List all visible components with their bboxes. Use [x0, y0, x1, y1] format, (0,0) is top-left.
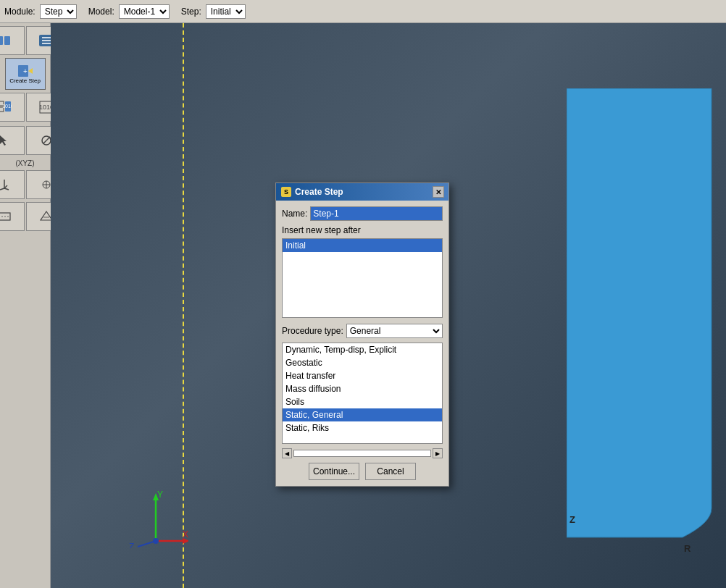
nav-icon-1 [0, 33, 13, 48]
svg-text:S: S [284, 188, 288, 196]
view-icon-1 [0, 209, 13, 224]
module-label: Module: [4, 7, 36, 17]
proc-item-soils[interactable]: Soils [283, 395, 442, 408]
svg-line-18 [46, 138, 49, 140]
step-label: Step: [181, 7, 201, 17]
nav-btn-1[interactable] [0, 26, 25, 55]
svg-text:X: X [183, 529, 188, 539]
svg-text:Z: Z [569, 514, 575, 525]
name-input[interactable] [310, 206, 443, 221]
step-select[interactable]: Initial [206, 4, 246, 19]
create-step-label: Create Step [9, 78, 41, 85]
svg-text:Z: Z [129, 542, 134, 548]
svg-rect-0 [0, 36, 3, 45]
procedure-list-container: Dynamic, Temp-disp, Explicit Geostatic H… [282, 343, 443, 444]
procedure-list[interactable]: Dynamic, Temp-disp, Explicit Geostatic H… [283, 343, 442, 443]
scroll-track[interactable] [293, 450, 431, 457]
proc-item-mass[interactable]: Mass diffusion [283, 382, 442, 395]
procedure-row: Procedure type: General Linear perturbat… [282, 324, 443, 338]
insert-after-label: Insert new step after [282, 225, 443, 235]
xyz-icon-1 [0, 177, 13, 192]
proc-item-static-general[interactable]: Static, General [283, 408, 442, 421]
name-row: Name: [282, 206, 443, 221]
tool-btn-3[interactable]: 1010 [0, 93, 25, 122]
left-panel: + Create Step 1010 1010 [0, 23, 51, 588]
dialog-close-button[interactable]: ✕ [433, 186, 444, 198]
svg-text:Y: Y [157, 490, 163, 500]
proc-item-dynamic[interactable]: Dynamic, Temp-disp, Explicit [283, 343, 442, 356]
model-shape: Z R [567, 88, 719, 559]
step-list[interactable]: Initial [282, 238, 443, 318]
xyz-tool-1[interactable] [0, 170, 25, 199]
scroll-right-button[interactable]: ▶ [433, 448, 443, 458]
svg-line-19 [43, 140, 46, 143]
create-step-dialog: S Create Step ✕ Name: Insert new step af… [275, 182, 449, 487]
tool-icon-3: 1010 [0, 100, 13, 114]
axis-indicator: Y X Z [123, 490, 188, 548]
dialog-titlebar: S Create Step ✕ [276, 183, 448, 201]
scroll-left-button[interactable]: ◀ [282, 448, 292, 458]
svg-text:1010: 1010 [2, 104, 12, 109]
module-select[interactable]: Step [40, 4, 77, 19]
dialog-buttons: Continue... Cancel [282, 463, 443, 480]
proc-item-heat[interactable]: Heat transfer [283, 369, 442, 382]
dialog-title-text: Create Step [295, 187, 343, 197]
svg-text:+: + [23, 67, 28, 75]
model-select[interactable]: Model-1 [119, 4, 170, 19]
pointer-tool[interactable] [0, 126, 25, 155]
svg-line-40 [138, 541, 156, 547]
create-step-icon: + [17, 64, 34, 78]
create-step-button[interactable]: + Create Step [5, 58, 46, 90]
toolbar: Module: Step Model: Model-1 Step: Initia… [0, 0, 726, 23]
procedure-type-select[interactable]: General Linear perturbation [346, 324, 443, 338]
view-tool-1[interactable] [0, 202, 25, 231]
step-list-item-initial[interactable]: Initial [283, 239, 442, 252]
proc-item-geostatic[interactable]: Geostatic [283, 356, 442, 369]
svg-rect-1 [4, 36, 10, 45]
svg-text:R: R [684, 543, 691, 554]
horizontal-scrollbar[interactable]: ◀ ▶ [282, 448, 443, 458]
cancel-button[interactable]: Cancel [365, 463, 416, 480]
svg-marker-8 [28, 68, 33, 74]
svg-line-22 [4, 188, 9, 190]
dialog-body: Name: Insert new step after Initial Proc… [276, 201, 448, 486]
dialog-title-icon: S [280, 186, 292, 198]
model-label: Model: [88, 7, 114, 17]
continue-button[interactable]: Continue... [309, 463, 359, 480]
name-label: Name: [282, 209, 307, 219]
procedure-label: Procedure type: [282, 326, 343, 336]
proc-item-static-riks[interactable]: Static, Riks [283, 421, 442, 434]
viewport: Z R Y X Z S Create Step ✕ [51, 23, 726, 588]
svg-marker-15 [0, 135, 7, 146]
svg-line-21 [0, 188, 4, 190]
pointer-icon [0, 133, 13, 148]
